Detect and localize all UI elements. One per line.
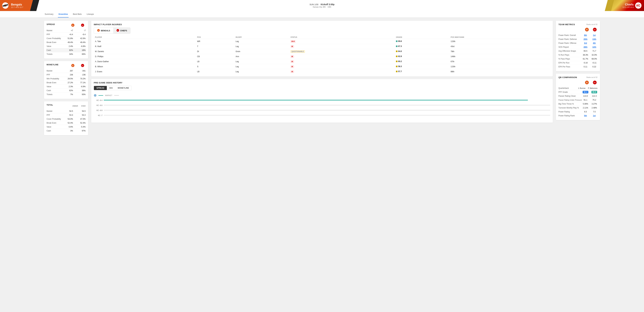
qb-comparison-card: QB COMPARISON Ranks out of 32 B KC Quart… bbox=[556, 74, 600, 120]
qb-ranks-label: Ranks out of 32 bbox=[586, 77, 598, 78]
injury-table: Player Pos Injury Status Grade Pos WAR R… bbox=[94, 36, 550, 74]
chiefs-logo-metrics: KC bbox=[593, 28, 597, 32]
metrics-logos: B KC bbox=[558, 28, 598, 32]
metric-pass-plays: % Pass Plays 61.7% 68.0% bbox=[558, 57, 598, 61]
injury-row: M. Daniels DI Groin QUESTIONABLE 64.0 78… bbox=[94, 49, 550, 54]
tab-best-bets[interactable]: Best Bets bbox=[72, 11, 82, 18]
spread-value: Value2.4%-6.8% bbox=[46, 44, 86, 48]
spread-card: SPREAD B KC Market+7-7 PFF+6.4-6.4 Cover… bbox=[44, 21, 88, 59]
ml-tickets: Tickets7%93% bbox=[46, 93, 86, 96]
legend-pff bbox=[94, 94, 96, 97]
total-card: TOTAL UNDER OVER Market54.554.5 PFF53.35… bbox=[44, 101, 88, 135]
metric-run-plays: % Run Plays 38.3% 32.0% bbox=[558, 53, 598, 57]
spread-break-even: Break Even49.4%49.4% bbox=[46, 41, 86, 44]
ml-pff: PFF236-236 bbox=[46, 73, 86, 77]
odds-tab-spread[interactable]: SPREAD bbox=[94, 86, 107, 90]
qb-big-throw: Big-Time Throw % 5.06% 3.27% bbox=[558, 102, 598, 106]
svg-text:B: B bbox=[72, 25, 74, 26]
qb-passer-pressure: Passer Rating Under Pressure 91.1 75.2 bbox=[558, 98, 598, 102]
svg-text:B: B bbox=[72, 65, 74, 66]
bengals-logo-qb: B bbox=[585, 81, 589, 85]
chiefs-record: 12-5 • ATS 8-9 bbox=[622, 6, 634, 8]
injury-row: A. Tate WR Leg IR-R 69.6 115th bbox=[94, 39, 550, 44]
chart-bar-gray-3 bbox=[104, 110, 550, 110]
tab-greenline[interactable]: Greenline bbox=[58, 11, 68, 18]
qb-grade-row: PFF Grade 92.4 80.9 bbox=[558, 90, 598, 94]
chiefs-header: Chiefs 12-5 • ATS 8-9 KC bbox=[610, 0, 644, 11]
over-label: OVER bbox=[81, 105, 86, 107]
nav-tabs: Summary Greenline Best Bets Lineups bbox=[0, 11, 644, 18]
spread-pff: PFF+6.4-6.4 bbox=[46, 33, 86, 37]
injury-row: B. Wilson S Leg IR 58.3 115th bbox=[94, 64, 550, 69]
moneyline-title: MONEYLINE bbox=[46, 64, 58, 66]
total-pff: PFF53.353.3 bbox=[46, 113, 86, 117]
injuries-card: IMPACT PLAYER INJURIES B BENGALS KC CHIE… bbox=[91, 21, 553, 77]
metric-epa-run: EPA Per Run -0.16 -0.11 bbox=[558, 61, 598, 65]
svg-point-19 bbox=[94, 94, 96, 97]
bengals-logo: B bbox=[2, 2, 9, 9]
chiefs-name: Chiefs bbox=[622, 3, 634, 6]
col-grade: Grade bbox=[395, 36, 450, 39]
metric-epa-pass: EPA Per Pass 0.11 0.22 bbox=[558, 65, 598, 69]
chiefs-logo-spread: KC bbox=[81, 24, 84, 27]
game-date: SUN 1/30 bbox=[310, 3, 318, 6]
moneyline-card: MONEYLINE B KC Market267-341 PFF236-236 … bbox=[44, 61, 88, 99]
bengals-record: 12-7 • ATS 12-7 bbox=[11, 6, 23, 8]
moneyline-rows: Market267-341 PFF236-236 Win Probability… bbox=[46, 69, 86, 96]
metric-sos: SOS Played 28th 12th bbox=[558, 45, 598, 49]
chart-rows: KC -6.4 KC -6.6 KC -6.8 bbox=[94, 99, 550, 119]
total-cover-prob: Cover Probability53.0%47.0% bbox=[46, 117, 86, 121]
team-metrics-ranks-label: Ranks out of 32 bbox=[586, 24, 598, 25]
bengals-tab[interactable]: B BENGALS bbox=[94, 28, 113, 34]
svg-text:KC: KC bbox=[117, 30, 118, 31]
odds-tabs: SPREAD O/U MONEYLINE bbox=[94, 86, 132, 90]
pregame-odds-card: PRE-GAME ODDS HISTORY SPREAD O/U MONEYLI… bbox=[91, 79, 553, 123]
odds-tab-moneyline[interactable]: MONEYLINE bbox=[115, 86, 131, 90]
odds-title: PRE-GAME ODDS HISTORY bbox=[94, 82, 550, 84]
svg-text:KC: KC bbox=[82, 25, 83, 26]
metric-power-offense: Power Rank: Offense 3rd 4th bbox=[558, 41, 598, 45]
injuries-title: IMPACT PLAYER INJURIES bbox=[94, 23, 550, 26]
total-rows: Market54.554.5 PFF53.353.3 Cover Probabi… bbox=[46, 109, 86, 133]
legend-gray-line bbox=[114, 95, 119, 96]
spread-rows: Market+7-7 PFF+6.4-6.4 Cover Probability… bbox=[46, 29, 86, 56]
bengals-logo-spread: B bbox=[71, 24, 74, 27]
spread-title: SPREAD bbox=[46, 23, 55, 26]
chart-row-1: KC -6.4 bbox=[94, 99, 550, 101]
tab-lineups[interactable]: Lineups bbox=[86, 11, 94, 18]
total-cash: Cash3%97% bbox=[46, 129, 86, 133]
total-title: TOTAL bbox=[46, 104, 53, 106]
qb-turnover: Turnover-Worthy Play % 2.11% 2.48% bbox=[558, 106, 598, 110]
svg-text:B: B bbox=[98, 30, 99, 31]
qb-name-row: Quarterback J. Burrow P. Mahomes bbox=[558, 86, 598, 90]
tab-summary[interactable]: Summary bbox=[44, 11, 54, 18]
right-panel: TEAM METRICS Ranks out of 32 B KC Power … bbox=[556, 21, 600, 135]
chiefs-logo-qb: KC bbox=[593, 81, 597, 85]
team-metrics-rows: Power Rank: Overall 8th 1st Power Rank: … bbox=[558, 33, 598, 69]
col-war-rank: Pos WAR Rank bbox=[450, 36, 550, 39]
main-content: SPREAD B KC Market+7-7 PFF+6.4-6.4 Cover… bbox=[0, 18, 644, 138]
spread-cover-prob: Cover Probability51.8%42.6% bbox=[46, 37, 86, 41]
chart-label-3: KC -6.8 bbox=[94, 109, 102, 111]
chart-row-3: KC -6.8 bbox=[94, 109, 550, 111]
odds-tab-ou[interactable]: O/U bbox=[107, 86, 115, 90]
injury-team-tabs: B BENGALS KC CHIEFS bbox=[94, 28, 130, 34]
market-label: MARKET bbox=[105, 94, 112, 96]
qb-rows: Quarterback J. Burrow P. Mahomes PFF Gra… bbox=[558, 86, 598, 118]
chart-bar-green-1 bbox=[104, 100, 528, 100]
chart-bar-gray-4 bbox=[104, 115, 550, 115]
ml-cash: Cash62%38% bbox=[46, 89, 86, 93]
chiefs-tab-logo: KC bbox=[116, 29, 119, 32]
col-status: Status bbox=[289, 36, 395, 39]
chart-bar-container-2 bbox=[104, 105, 550, 106]
bengals-logo-ml: B bbox=[71, 64, 74, 68]
legend-green-line bbox=[98, 95, 103, 96]
total-market: Market54.554.5 bbox=[46, 109, 86, 113]
svg-text:KC: KC bbox=[594, 82, 596, 83]
bengals-logo-metrics: B bbox=[585, 28, 589, 32]
chart-label-2: KC -6.6 bbox=[94, 104, 102, 106]
bengals-info: Bengals 12-7 • ATS 12-7 bbox=[11, 3, 23, 8]
chart-bar-container-1 bbox=[104, 100, 550, 101]
svg-text:B: B bbox=[586, 82, 588, 83]
chiefs-tab[interactable]: KC CHIEFS bbox=[113, 28, 130, 34]
